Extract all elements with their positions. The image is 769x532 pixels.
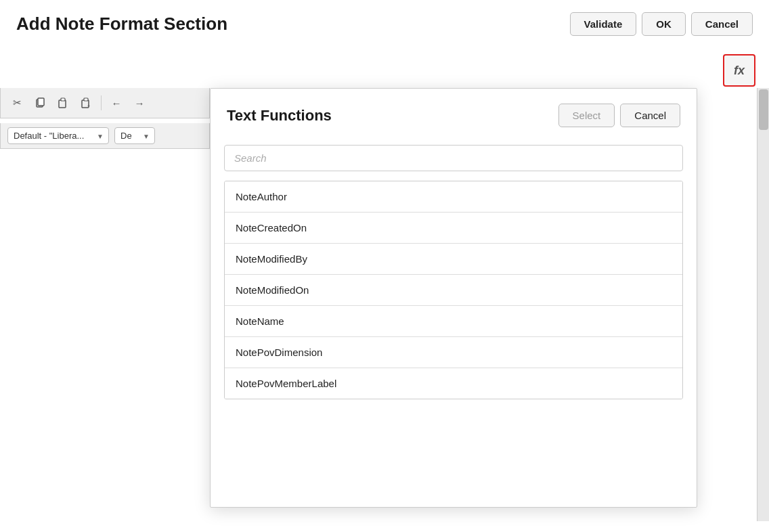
ok-button[interactable]: OK: [642, 12, 686, 36]
list-item[interactable]: NoteModifiedBy: [225, 244, 682, 275]
paste-icon[interactable]: [53, 93, 72, 112]
svg-rect-2: [59, 100, 66, 108]
search-wrapper: [211, 138, 697, 178]
cancel-button[interactable]: Cancel: [691, 12, 753, 36]
scrollbar-track: [757, 88, 769, 521]
validate-button[interactable]: Validate: [570, 12, 637, 36]
font-dropdown-wrapper: Default - "Libera... ▼: [7, 127, 109, 144]
list-item[interactable]: NotePovMemberLabel: [225, 368, 682, 399]
header-button-group: Validate OK Cancel: [570, 12, 753, 36]
list-item[interactable]: NotePovDimension: [225, 337, 682, 368]
scrollbar-thumb[interactable]: [759, 89, 768, 130]
function-list: NoteAuthor NoteCreatedOn NoteModifiedBy …: [224, 181, 683, 399]
svg-rect-1: [38, 98, 44, 106]
page-header: Add Note Format Section Validate OK Canc…: [0, 0, 769, 45]
toolbar-separator: [101, 95, 102, 110]
modal-header-buttons: Select Cancel: [558, 104, 680, 127]
dropdown-row: Default - "Libera... ▼ De ▼: [0, 123, 210, 149]
modal-cancel-button[interactable]: Cancel: [620, 104, 680, 127]
font-dropdown[interactable]: Default - "Libera...: [7, 127, 109, 144]
svg-rect-3: [61, 98, 65, 101]
fx-button-wrapper: fx: [723, 54, 755, 87]
modal-header: Text Functions Select Cancel: [211, 89, 697, 138]
svg-text:+: +: [87, 104, 90, 108]
modal-title: Text Functions: [227, 107, 332, 125]
fx-button[interactable]: fx: [723, 54, 755, 87]
redo-icon[interactable]: →: [130, 93, 149, 112]
list-item[interactable]: NoteCreatedOn: [225, 213, 682, 244]
size-dropdown[interactable]: De: [114, 127, 155, 144]
text-functions-modal: Text Functions Select Cancel NoteAuthor …: [210, 88, 697, 508]
page-container: Add Note Format Section Validate OK Canc…: [0, 0, 769, 532]
page-title: Add Note Format Section: [16, 14, 227, 35]
list-item[interactable]: NoteAuthor: [225, 181, 682, 213]
list-item[interactable]: NoteModifiedOn: [225, 275, 682, 306]
list-item[interactable]: NoteName: [225, 306, 682, 337]
undo-icon[interactable]: ←: [107, 93, 126, 112]
cut-icon[interactable]: ✂: [7, 93, 26, 112]
copy-icon[interactable]: [30, 93, 49, 112]
size-dropdown-wrapper: De ▼: [114, 127, 155, 144]
paste-special-icon[interactable]: +: [76, 93, 95, 112]
search-input[interactable]: [224, 145, 683, 171]
svg-rect-5: [84, 98, 88, 101]
modal-select-button[interactable]: Select: [558, 104, 615, 127]
toolbar: ✂ + ← →: [0, 88, 210, 118]
